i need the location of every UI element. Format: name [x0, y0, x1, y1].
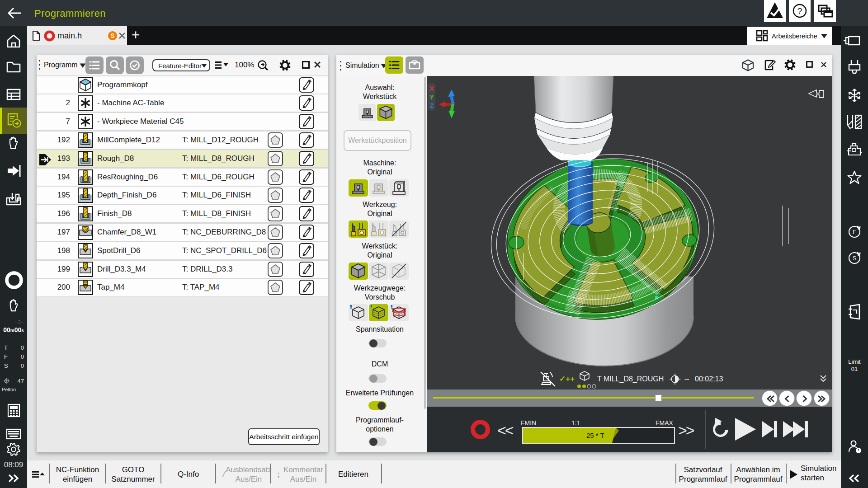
svg-text:S: S: [110, 32, 114, 39]
svg-text:Y: Y: [429, 94, 434, 101]
svg-text:?: ?: [797, 6, 802, 16]
svg-text:X: X: [429, 85, 434, 92]
svg-text:F: F: [853, 229, 856, 235]
svg-text:S: S: [853, 255, 857, 262]
svg-text:Z: Z: [430, 102, 434, 109]
svg-text:25 * T: 25 * T: [586, 432, 604, 439]
